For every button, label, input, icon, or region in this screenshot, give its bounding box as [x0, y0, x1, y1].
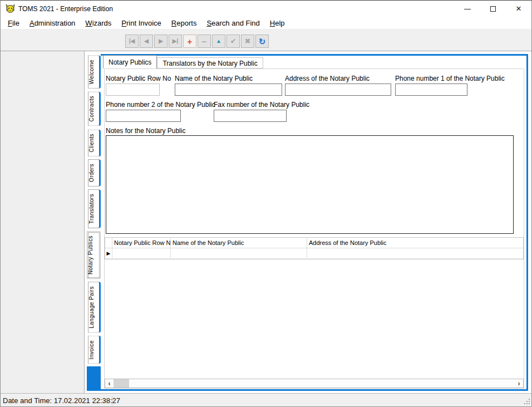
cell-address[interactable] — [307, 248, 523, 259]
next-record-button[interactable]: ▶ — [154, 35, 168, 48]
statusbar: Date and Time: 17.02.2021 22:38:27 — [1, 393, 531, 407]
grid-header-row-no[interactable]: Notary Public Row No — [112, 238, 171, 248]
label-row-no: Notary Public Row No — [106, 75, 171, 82]
sidebar-tab-welcome[interactable]: Welcome — [88, 55, 101, 89]
toolbar: |◀ ◀ ▶ ▶| + − ▲ ✔ ✖ ↻ — [1, 30, 531, 51]
close-button[interactable]: ✕ — [506, 1, 531, 17]
sidebar-tab-contracts[interactable]: Contracts — [88, 91, 101, 126]
titlebar: TOMS 2021 - Enterprise Edition — ✕ — [1, 1, 531, 17]
label-fax: Fax number of the Notary Public — [214, 101, 309, 109]
grid-header-row: Notary Public Row No Name of the Notary … — [105, 238, 523, 248]
minimize-button[interactable]: — — [455, 1, 480, 17]
menu-wizards[interactable]: Wizards — [80, 17, 116, 29]
sidebar-tab-clients[interactable]: Clients — [88, 129, 101, 156]
grid-header-indicator — [105, 238, 112, 248]
first-record-button[interactable]: |◀ — [125, 35, 139, 48]
menu-administration[interactable]: Administration — [24, 17, 80, 29]
table-row[interactable]: ▶ — [105, 248, 523, 259]
scroll-right-arrow-icon[interactable]: › — [515, 379, 523, 388]
window-title: TOMS 2021 - Enterprise Edition — [18, 5, 113, 13]
edit-record-button[interactable]: ▲ — [212, 35, 225, 48]
prior-record-button[interactable]: ◀ — [140, 35, 153, 48]
last-record-button[interactable]: ▶| — [169, 35, 182, 48]
fax-input[interactable] — [214, 110, 287, 122]
refresh-icon: ↻ — [259, 37, 266, 46]
side-tab-rail-filler — [87, 366, 101, 391]
last-record-icon: ▶| — [173, 38, 179, 44]
post-edit-icon: ✔ — [230, 38, 236, 45]
sidebar-tab-translators[interactable]: Translators — [88, 189, 101, 228]
label-name: Name of the Notary Public — [175, 75, 253, 82]
left-panel — [1, 51, 85, 393]
maximize-button[interactable] — [480, 1, 506, 17]
refresh-button[interactable]: ↻ — [255, 35, 269, 48]
address-input[interactable] — [285, 84, 391, 96]
grid-header-name[interactable]: Name of the Notary Public — [171, 238, 307, 248]
phone1-input[interactable] — [395, 84, 467, 96]
app-icon — [6, 4, 15, 13]
label-notes: Notes for the Notary Public — [106, 127, 185, 135]
edit-record-icon: ▲ — [216, 38, 221, 44]
tab-translators-by-notary-public[interactable]: Translators by the Notary Public — [157, 57, 263, 68]
delete-record-icon: − — [202, 37, 207, 46]
sidebar-tab-notary-publics[interactable]: Notary Publics — [87, 231, 101, 279]
label-address: Address of the Notary Public — [285, 75, 370, 82]
delete-record-button[interactable]: − — [198, 35, 211, 48]
insert-record-icon: + — [188, 37, 193, 46]
label-phone2: Phone number 2 of the Notary Public — [106, 101, 215, 109]
page-tabs: Notary Publics Translators by the Notary… — [103, 55, 263, 68]
maximize-icon — [490, 6, 496, 12]
sidebar-tab-invoice[interactable]: Invoice — [88, 336, 101, 364]
menu-reports[interactable]: Reports — [166, 17, 202, 29]
scroll-left-arrow-icon[interactable]: ‹ — [105, 379, 114, 388]
app-window: TOMS 2021 - Enterprise Edition — ✕ File … — [0, 0, 532, 407]
side-tab-rail: Welcome Contracts Clients Orders Transla… — [87, 54, 101, 391]
tab-notary-publics[interactable]: Notary Publics — [103, 55, 157, 68]
cell-name[interactable] — [171, 248, 307, 259]
notary-publics-panel: Notary Public Row No Name of the Notary … — [104, 68, 524, 389]
cell-row-no[interactable] — [112, 248, 171, 259]
statusbar-divider — [112, 396, 112, 406]
insert-record-button[interactable]: + — [183, 35, 196, 48]
db-navigator: |◀ ◀ ▶ ▶| + − ▲ ✔ ✖ ↻ — [125, 35, 269, 48]
menubar: File Administration Wizards Print Invoic… — [1, 17, 531, 30]
grid-header-address[interactable]: Address of the Notary Public — [307, 238, 523, 248]
notary-publics-grid: Notary Public Row No Name of the Notary … — [105, 237, 524, 259]
scrollbar-thumb[interactable] — [114, 379, 129, 388]
current-row-indicator-icon: ▶ — [107, 251, 111, 256]
notes-memo[interactable] — [106, 135, 514, 234]
sidebar-tab-orders[interactable]: Orders — [88, 159, 101, 187]
resize-grip[interactable] — [523, 399, 530, 406]
first-record-icon: |◀ — [129, 38, 135, 44]
date-time-status: Date and Time: 17.02.2021 22:38:27 — [3, 396, 120, 405]
cancel-edit-button[interactable]: ✖ — [241, 35, 254, 48]
row-indicator-cell: ▶ — [105, 248, 112, 259]
next-record-icon: ▶ — [159, 38, 163, 44]
row-no-input[interactable] — [106, 84, 160, 96]
phone2-input[interactable] — [106, 110, 181, 122]
menu-search-and-find[interactable]: Search and Find — [201, 17, 264, 29]
menu-file[interactable]: File — [3, 17, 24, 29]
cancel-edit-icon: ✖ — [245, 38, 250, 45]
label-phone1: Phone number 1 of the Notary Public — [395, 75, 505, 82]
horizontal-scrollbar[interactable]: ‹ › — [105, 379, 524, 388]
menu-help[interactable]: Help — [265, 17, 290, 29]
prior-record-icon: ◀ — [144, 38, 149, 44]
sidebar-tab-language-pairs[interactable]: Language Pairs — [88, 282, 101, 333]
name-input[interactable] — [175, 84, 282, 96]
post-edit-button[interactable]: ✔ — [226, 35, 240, 48]
menu-print-invoice[interactable]: Print Invoice — [116, 17, 166, 29]
